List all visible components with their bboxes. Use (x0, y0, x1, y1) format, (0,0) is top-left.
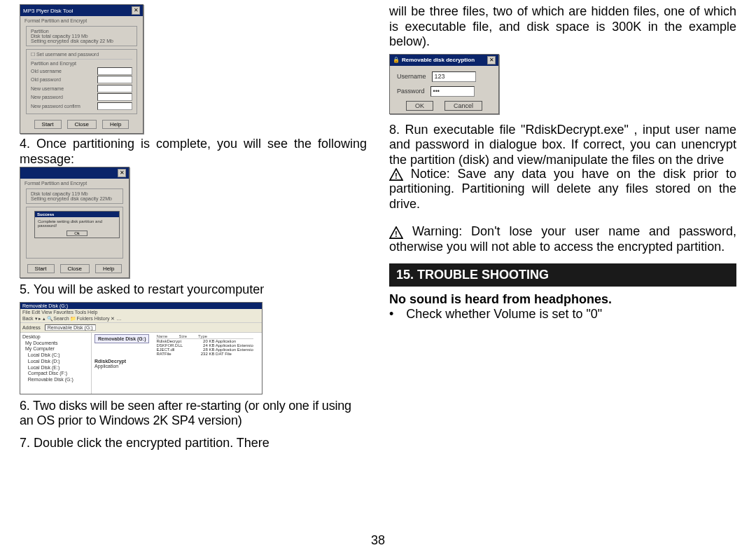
username-input: 123 (432, 71, 476, 82)
success-dialog: Success Complete setting disk partition … (34, 211, 120, 238)
close-button: Close (67, 120, 97, 129)
old-user-label: Old username (31, 69, 62, 74)
decrypt-dialog-screenshot: 🔒 Removable disk decryption ✕ Username 1… (389, 54, 499, 114)
help-button-2: Help (95, 264, 122, 273)
username-label: Username (397, 73, 426, 80)
close-icon: ✕ (118, 169, 126, 177)
decrypt-entry: RdiskDecrypt (94, 359, 259, 364)
window-title: MP3 Plyer Disk Tool (23, 8, 73, 14)
hdr-name: Name (156, 334, 167, 338)
ok-button: OK (406, 101, 433, 111)
cancel-button: Cancel (444, 101, 482, 111)
warning-icon: ! (389, 226, 403, 239)
close-icon: ✕ (132, 6, 140, 15)
new-user-input (97, 85, 132, 92)
setting-line: Setting encrypted disk capacity 22 Mb (31, 39, 132, 43)
setting-line-2: Setting encrypted disk capacity 22Mb (31, 196, 118, 201)
bullet-icon: • (389, 307, 393, 322)
new-pass-confirm-input (97, 102, 132, 110)
warning-body: Warning: Don't lose your user name and p… (389, 224, 736, 254)
new-pass-input (97, 93, 132, 101)
svg-text:!: ! (395, 229, 398, 238)
help-button: Help (102, 120, 129, 129)
new-pass-label: New password (31, 95, 63, 99)
explorer-menu: File Edit View Favorites Tools Help (20, 309, 262, 315)
old-pass-label: Old password (31, 77, 61, 82)
new-pass-confirm-label: New password confirm (31, 104, 80, 109)
explorer-title: Removable Disk (G:) (20, 303, 262, 309)
step-7-text: 7. Double click the encrypted partition.… (20, 436, 367, 451)
file-list: RdiskDecrypt20 KB ApplicationDSKFOR.DLL2… (156, 339, 253, 356)
explorer-toolbar: Back ▾ ▸ ▴ 🔍Search 📁Folders History ✕ … (20, 315, 262, 323)
group-label-pe: Partition and Encrypt (31, 59, 132, 66)
step-4-text: 4. Once partitioning is complete, you wi… (20, 137, 367, 167)
troubleshoot-item-title: No sound is heard from headphones. (389, 292, 736, 307)
top-continuation-text: will be three files, two of which are hi… (389, 4, 736, 50)
step-6-text: 6. Two disks will be seen after re-start… (20, 399, 367, 429)
start-button: Start (34, 120, 62, 129)
encrypt-group: ☐ Set username and password Partition an… (26, 49, 137, 114)
disk-tool-screenshot-2: ✕ Format Partition and Encrypt Disk tota… (20, 167, 130, 278)
old-user-input (97, 67, 132, 75)
password-input: ••• (430, 86, 475, 97)
success-msg: Complete setting disk partition and pass… (35, 217, 119, 230)
cap-line-2: Disk total capacity 119 Mb (31, 191, 118, 196)
explorer-screenshot: Removable Disk (G:) File Edit View Favor… (20, 302, 262, 394)
hdr-type: Type (198, 334, 207, 338)
page-number: 38 (0, 533, 756, 548)
new-user-label: New username (31, 86, 64, 91)
notice-body: Notice: Save any data you have on the di… (389, 167, 736, 211)
close-button-2: Close (60, 264, 90, 273)
password-label: Password (397, 88, 425, 95)
addr-value: Removable Disk (G:) (45, 324, 96, 331)
old-pass-input (97, 76, 132, 83)
tab-row-2: Format Partition and Encrypt (20, 179, 129, 186)
success-title: Success (35, 212, 119, 217)
close-icon: ✕ (487, 56, 496, 64)
notice-text: ! Notice: Save any data you have on the … (389, 167, 736, 212)
start-button-2: Start (27, 264, 55, 273)
hdr-size: Size (178, 334, 187, 338)
group-label: Partition (31, 29, 132, 34)
warning-text: ! Warning: Don't lose your user name and… (389, 224, 736, 254)
decrypt-title: Removable disk decryption (402, 57, 475, 63)
ok-button: Ok (66, 231, 88, 236)
step-8-text: 8. Run executable file "RdiskDecrypt.exe… (389, 123, 736, 168)
addr-label: Address (22, 325, 41, 330)
set-unp-label: Set username and password (36, 52, 99, 57)
capacity-line: Disk total capacity 119 Mb (31, 34, 132, 39)
bullet-text: Check whether Volume is set to "0" (406, 307, 602, 322)
partition-group: Partition Disk total capacity 119 Mb Set… (26, 26, 137, 46)
warning-icon: ! (389, 168, 403, 181)
explorer-tree: Desktop My Documents My Computer Local D… (20, 333, 92, 394)
drive-label: Removable Disk (G:) (94, 334, 149, 343)
section-header: 15. TROUBLE SHOOTING (389, 263, 736, 287)
svg-text:!: ! (395, 172, 398, 180)
tab-row: Format Partition and Encrypt (20, 16, 143, 23)
step-5-text: 5. You will be asked to restart yourcomp… (20, 282, 367, 298)
decrypt-sub: Application (94, 364, 259, 369)
lock-icon: 🔒 (393, 57, 400, 63)
disk-tool-screenshot-1: MP3 Plyer Disk Tool ✕ Format Partition a… (20, 4, 144, 134)
